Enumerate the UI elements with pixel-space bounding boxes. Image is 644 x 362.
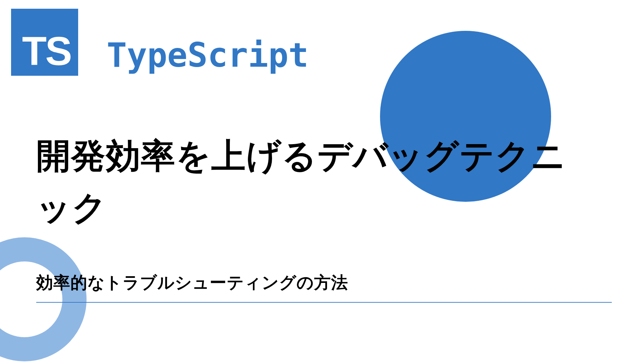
logo-text: TS [22,31,71,71]
divider [36,302,612,303]
brand-name: TypeScript [107,36,309,75]
subtitle-block: 効率的なトラブルシューティングの方法 [36,272,612,303]
slide-subtitle: 効率的なトラブルシューティングの方法 [36,272,612,294]
typescript-logo-icon: TS [11,9,78,76]
slide-title: 開発効率を上げるデバッグテクニック [36,130,590,234]
slide: TS TypeScript 開発効率を上げるデバッグテクニック 効率的なトラブル… [0,0,644,362]
